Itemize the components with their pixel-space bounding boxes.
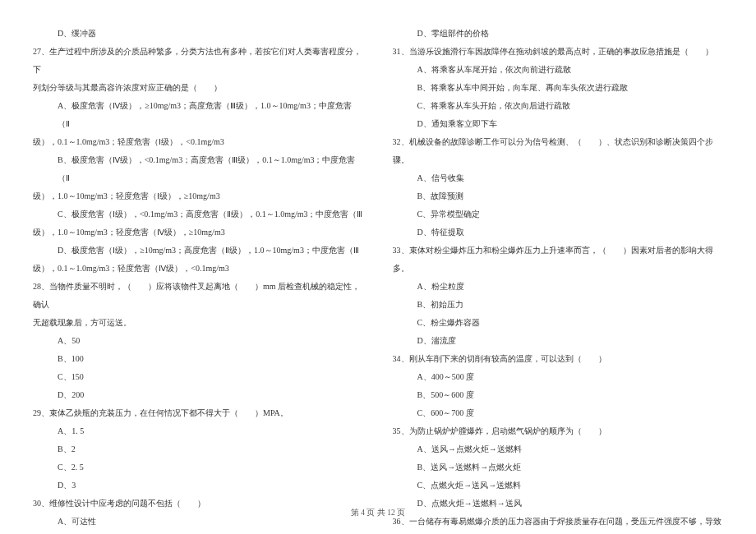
q30-option-d: D、零组部件的价格 [393, 25, 724, 43]
q28-option-d: D、200 [33, 386, 364, 404]
q32-option-a: A、信号收集 [393, 169, 724, 187]
q31-option-a: A、将乘客从车尾开始，依次向前进行疏散 [393, 61, 724, 79]
q27-option-c-line2: 级），1.0～10mg/m3；轻度危害（Ⅳ级），≥10mg/m3 [33, 223, 364, 242]
q34-option-a: A、400～500 度 [393, 368, 724, 386]
q31-option-b: B、将乘客从车中间开始，向车尾、再向车头依次进行疏散 [393, 79, 724, 97]
q33-option-c: C、粉尘爆炸容器 [393, 314, 724, 332]
q33-option-a: A、粉尘粒度 [393, 278, 724, 296]
q27-option-d-line1: D、极度危害（Ⅰ级），≥10mg/m3；高度危害（Ⅱ级），1.0～10mg/m3… [33, 242, 364, 260]
q26-option-d: D、缓冲器 [33, 25, 364, 43]
q28-stem-line2: 无超载现象后，方可运送。 [33, 314, 364, 332]
q32-option-c: C、异常模型确定 [393, 205, 724, 223]
q35-option-b: B、送风→送燃料→点燃火炬 [393, 458, 724, 476]
q33-option-b: B、初始压力 [393, 296, 724, 314]
q32-option-b: B、故障预测 [393, 187, 724, 205]
q34-option-b: B、500～600 度 [393, 386, 724, 404]
q31-option-c: C、将乘客从车头开始，依次向后进行疏散 [393, 97, 724, 115]
q28-stem-line1: 28、当物件质量不明时，（ ）应将该物件叉起离地（ ）mm 后检查机械的稳定性，… [33, 278, 364, 314]
q32-stem: 32、机械设备的故障诊断工作可以分为信号检测、（ ）、状态识别和诊断决策四个步骤… [393, 133, 724, 169]
q27-option-b-line2: 级），1.0～10mg/m3；轻度危害（Ⅰ级），≥10mg/m3 [33, 187, 364, 205]
q34-stem: 34、刚从车削下来的切削有较高的温度，可以达到（ ） [393, 350, 724, 368]
q31-stem: 31、当游乐设施滑行车因故障停在拖动斜坡的最高点时，正确的事故应急措施是（ ） [393, 43, 724, 61]
q29-option-b: B、2 [33, 440, 364, 458]
q29-option-a: A、1. 5 [33, 422, 364, 440]
right-column: D、零组部件的价格 31、当游乐设施滑行车因故障停在拖动斜坡的最高点时，正确的事… [393, 25, 724, 534]
q29-stem: 29、束体乙炔瓶的充装压力，在任何情况下都不得大于（ ）MPA。 [33, 404, 364, 422]
q34-option-c: C、600～700 度 [393, 404, 724, 422]
q28-option-b: B、100 [33, 350, 364, 368]
q27-option-d-line2: 级），0.1～1.0mg/m3；轻度危害（Ⅳ级），<0.1mg/m3 [33, 260, 364, 278]
q35-stem: 35、为防止锅炉炉膛爆炸，启动燃气锅炉的顺序为（ ） [393, 422, 724, 440]
q27-option-b-line1: B、极度危害（Ⅳ级），<0.1mg/m3；高度危害（Ⅲ级），0.1～1.0mg/… [33, 151, 364, 187]
q27-stem-line1: 27、生产过程中所涉及的介质品种繁多，分类方法也有多种，若按它们对人类毒害程度分… [33, 43, 364, 79]
q33-option-d: D、湍流度 [393, 332, 724, 350]
page-footer: 第 4 页 共 12 页 [0, 504, 756, 522]
q35-option-a: A、送风→点燃火炬→送燃料 [393, 440, 724, 458]
q27-option-a-line1: A、极度危害（Ⅳ级），≥10mg/m3；高度危害（Ⅲ级），1.0～10mg/m3… [33, 97, 364, 133]
q27-stem-line2: 列划分等级与其最高容许浓度对应正确的是（ ） [33, 79, 364, 97]
q28-option-c: C、150 [33, 368, 364, 386]
q27-option-c-line1: C、极度危害（Ⅰ级），<0.1mg/m3；高度危害（Ⅱ级），0.1～1.0mg/… [33, 205, 364, 223]
q32-option-d: D、特征提取 [393, 223, 724, 242]
q27-option-a-line2: 级），0.1～1.0mg/m3；轻度危害（Ⅰ级），<0.1mg/m3 [33, 133, 364, 151]
two-column-layout: D、缓冲器 27、生产过程中所涉及的介质品种繁多，分类方法也有多种，若按它们对人… [33, 25, 723, 534]
q29-option-d: D、3 [33, 476, 364, 495]
q35-option-c: C、点燃火炬→送风→送燃料 [393, 476, 724, 495]
left-column: D、缓冲器 27、生产过程中所涉及的介质品种繁多，分类方法也有多种，若按它们对人… [33, 25, 364, 534]
q28-option-a: A、50 [33, 332, 364, 350]
q31-option-d: D、通知乘客立即下车 [393, 115, 724, 133]
q33-stem: 33、束体对粉尘爆炸压力和粉尘爆炸压力上升速率而言，（ ）因素对后者的影响大得多… [393, 242, 724, 278]
q30-option-b: B、零组部件的标准化与互换性 [33, 531, 364, 534]
q29-option-c: C、2. 5 [33, 458, 364, 476]
